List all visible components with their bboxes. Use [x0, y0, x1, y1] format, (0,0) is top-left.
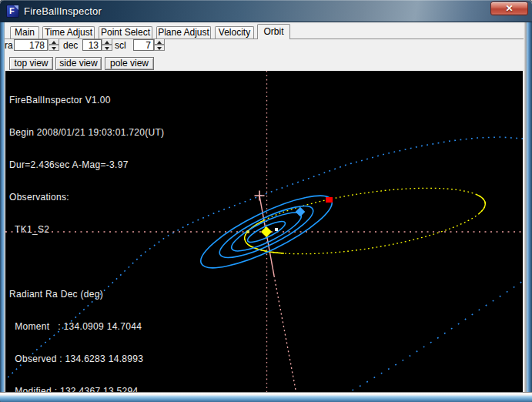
tab-velocity[interactable]: Velocity — [215, 26, 254, 39]
app-window: F FireBallInspector ✕ Main Time Adjust P… — [0, 0, 532, 402]
trajectory-line-dotted — [274, 276, 296, 392]
info-line: Observed : 134.6283 14.8993 — [9, 353, 233, 364]
scl-spinner-up-button[interactable] — [154, 39, 165, 45]
window-border-right — [524, 22, 532, 402]
arrow-down-icon — [52, 47, 56, 50]
dec-label: dec — [63, 40, 78, 51]
info-line: Dur=2.436sec A-Mag=-3.97 — [9, 159, 233, 170]
arrow-down-icon — [105, 47, 109, 50]
info-line: Observations: — [9, 192, 233, 203]
tab-orbit[interactable]: Orbit — [257, 24, 290, 39]
earth-marker — [296, 207, 306, 217]
dec-spinner — [102, 39, 112, 52]
dec-input[interactable] — [82, 39, 102, 51]
info-line: Begin 2008/01/21 19:03:01.720(UT) — [9, 127, 233, 138]
app-icon: F — [6, 5, 19, 18]
begin-point-cross-icon — [255, 191, 265, 201]
info-line: FireBallInspector V1.00 — [9, 95, 233, 106]
dec-spinner-down-button[interactable] — [102, 45, 112, 51]
scl-spinner — [154, 39, 165, 52]
arrow-up-icon — [157, 41, 162, 44]
side-view-button[interactable]: side view — [55, 57, 102, 70]
window-title: FireBallInspector — [24, 5, 102, 17]
mars-marker — [326, 197, 333, 203]
window-border-bottom — [0, 392, 532, 402]
app-icon-letter: F — [9, 6, 15, 15]
ra-spinner — [49, 39, 59, 52]
venus-marker — [275, 228, 278, 231]
info-line: Modified : 132.4367 13.5294 — [9, 386, 233, 392]
info-line: Moment : 134.0909 14.7044 — [9, 321, 233, 332]
pole-view-button[interactable]: pole view — [105, 57, 154, 70]
close-icon: ✕ — [491, 2, 527, 15]
info-line: TK1_S2 — [9, 224, 233, 235]
close-button[interactable]: ✕ — [490, 2, 528, 15]
dec-spinner-up-button[interactable] — [102, 39, 112, 45]
canvas-info-text: FireBallInspector V1.00 Begin 2008/01/21… — [9, 73, 233, 392]
mercury-marker — [246, 230, 249, 233]
arrow-up-icon — [52, 41, 56, 44]
info-line — [9, 256, 233, 267]
tab-point-select[interactable]: Point Select — [99, 26, 152, 39]
scl-input[interactable] — [133, 39, 154, 51]
ra-label: ra — [5, 40, 13, 51]
ra-input[interactable] — [14, 39, 48, 51]
title-bar[interactable]: F FireBallInspector ✕ — [0, 0, 532, 22]
orbit-canvas[interactable]: FireBallInspector V1.00 Begin 2008/01/21… — [5, 71, 523, 392]
tab-plane-adjust[interactable]: Plane Adjust — [156, 26, 211, 39]
arrow-down-icon — [157, 47, 162, 50]
scl-label: scl — [115, 40, 126, 51]
tab-time-adjust[interactable]: Time Adjust — [42, 26, 95, 39]
arrow-up-icon — [105, 41, 109, 44]
top-view-button[interactable]: top view — [9, 57, 53, 70]
ra-spinner-up-button[interactable] — [49, 39, 59, 45]
window-border-left — [0, 22, 5, 402]
scl-spinner-down-button[interactable] — [154, 45, 165, 51]
info-line: Radiant Ra Dec (deg) — [9, 289, 233, 300]
ra-spinner-down-button[interactable] — [49, 45, 59, 51]
tab-main[interactable]: Main — [10, 26, 39, 39]
jupiter-orbit-lower-arc — [345, 281, 523, 392]
